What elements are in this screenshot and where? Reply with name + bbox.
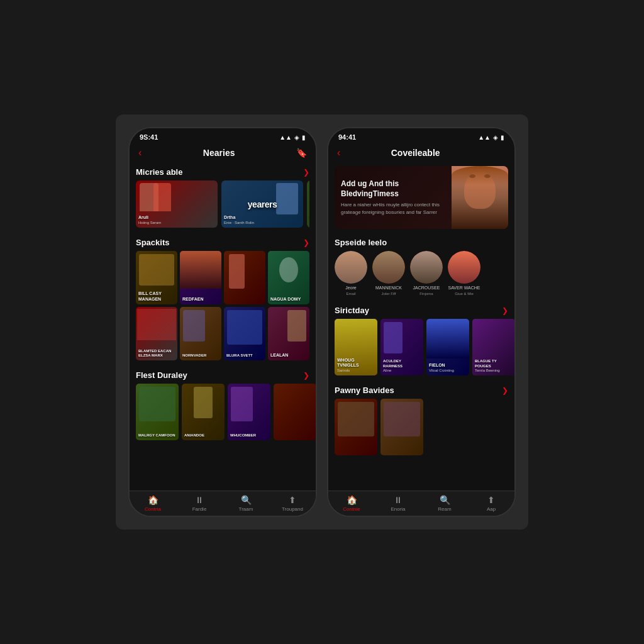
spackits-card-4[interactable]: NAGUA DOMY — [268, 251, 309, 304]
section-spackits: Spackits ❯ BILL CASY MANAGEN REDFAEN — [130, 233, 316, 365]
nav-item-ream[interactable]: 🔍 Ream — [421, 491, 468, 516]
nav-item-troupand[interactable]: ⬆ Troupand — [269, 491, 316, 516]
home-icon-2: 🏠 — [347, 495, 357, 505]
section-arrow-flest[interactable]: ❯ — [303, 371, 309, 380]
nav-label-contria: Contria — [145, 506, 161, 512]
hero-face — [452, 166, 508, 229]
scroll-content-2[interactable]: Spseide leelo Jeore Email MANNE — [328, 233, 514, 491]
movie-card-aruli[interactable]: Aruli Hoiing Seram — [136, 180, 218, 228]
person-name-2: MANNENICK — [375, 286, 402, 290]
person-role-4: Giue & Mie — [455, 292, 474, 296]
pawny-row — [335, 399, 508, 455]
back-button-2[interactable]: ‹ — [337, 147, 340, 158]
search-icon-1: 🔍 — [241, 495, 252, 505]
nav-label-aap: Aap — [487, 506, 496, 512]
section-header-sirictday: Sirictday ❯ — [335, 306, 508, 315]
person-avatar-4 — [448, 251, 480, 284]
pawny-card-2[interactable] — [380, 399, 423, 455]
pawny-card-1[interactable] — [335, 399, 377, 455]
nav-label-enoria: Enoria — [391, 506, 405, 512]
sirictday-card-4[interactable]: BLAGUE TY POUGES Temla Beening — [472, 319, 514, 375]
spackits-card-6[interactable]: NORNVADER — [180, 307, 221, 360]
person-role-2: Joler Fiff — [382, 292, 396, 296]
section-header-spackits: Spackits ❯ — [136, 238, 309, 247]
nav-bar-1: ‹ Nearies 🔖 — [130, 143, 316, 162]
nav-label-contnie: Contnie — [343, 506, 360, 512]
nav-label-ream: Ream — [438, 506, 451, 512]
section-arrow-pawny[interactable]: ❯ — [502, 386, 508, 395]
share-icon-1: ⬆ — [289, 495, 296, 505]
section-title-spackits: Spackits — [136, 238, 169, 247]
flest-card-3[interactable]: WHUCOMBER — [228, 384, 270, 440]
battery-icon-1: ▮ — [302, 134, 306, 141]
section-header-flest: Flest Duraley ❯ — [136, 370, 309, 380]
nav-title-1: Nearies — [203, 148, 235, 158]
person-name-1: Jeore — [345, 286, 357, 290]
movie-card-drtha[interactable]: yearers Drtha Enie · Santh Rolin — [221, 180, 303, 228]
person-card-3[interactable]: JACROUSEE Finjoma — [410, 251, 443, 296]
sirictday-card-2[interactable]: ACULDEY RARINESS Aline — [380, 319, 423, 375]
battery-icon-2: ▮ — [501, 134, 504, 141]
phone-1: 9S:41 ▲▲ ◈ ▮ ‹ Nearies 🔖 Micries able ❯ — [128, 127, 317, 517]
scroll-content-1[interactable]: Micries able ❯ Aruli Hoiing Seram — [130, 162, 316, 491]
person-card-4[interactable]: SAVER WACHE Giue & Mie — [448, 251, 480, 296]
status-icons-2: ▲▲ ◈ ▮ — [478, 134, 504, 141]
nav-item-aap[interactable]: ⬆ Aap — [468, 491, 514, 516]
nav-item-traam[interactable]: 🔍 Traam — [223, 491, 269, 516]
sirictday-card-1[interactable]: WHOUG TVNIGLLS Sarirols — [335, 319, 377, 375]
spackits-card-1[interactable]: BILL CASY MANAGEN — [136, 251, 177, 304]
nav-bar-2: ‹ Coveileable — [328, 143, 514, 162]
pause-icon-2: ⏸ — [394, 495, 402, 505]
sirictday-card-3[interactable]: FIELON Viloal Crzinting — [426, 319, 469, 375]
back-button-1[interactable]: ‹ — [138, 147, 142, 158]
share-icon-2: ⬆ — [487, 495, 495, 505]
section-arrow-spackits[interactable]: ❯ — [303, 238, 309, 247]
flest-card-1[interactable]: MALRGY CAMFOON — [136, 384, 179, 440]
section-title-sirictday: Sirictday — [335, 306, 369, 315]
spackits-card-8[interactable]: LEALAN — [268, 307, 309, 360]
flest-card-4[interactable] — [274, 384, 316, 440]
hero-desc: Hare a niaher wHiis muyle allijro contec… — [341, 201, 445, 215]
nav-item-contnie[interactable]: 🏠 Contnie — [328, 491, 375, 516]
person-card-1[interactable]: Jeore Email — [335, 251, 367, 296]
spseide-row: Jeore Email MANNENICK Joler Fiff — [335, 251, 508, 296]
nav-label-fardle: Fardle — [192, 506, 207, 512]
person-avatar-2 — [372, 251, 405, 284]
wifi-icon-2: ◈ — [493, 134, 498, 141]
section-header-spseide: Spseide leelo — [335, 238, 508, 247]
signal-icon-2: ▲▲ — [478, 134, 491, 141]
movie-card-can[interactable]: Can Hane Moue — [307, 180, 309, 228]
section-movies-able: Micries able ❯ Aruli Hoiing Seram — [130, 162, 316, 233]
bottom-nav-1: 🏠 Contria ⏸ Fardle 🔍 Traam ⬆ Troupand — [130, 491, 316, 516]
featured-row-movies: Aruli Hoiing Seram yearers Drtha Enie · … — [136, 180, 309, 228]
section-header-pawny: Pawny Bavides ❯ — [335, 386, 508, 395]
status-bar-2: 94:41 ▲▲ ◈ ▮ — [328, 128, 514, 143]
status-bar-1: 9S:41 ▲▲ ◈ ▮ — [130, 128, 316, 143]
status-time-1: 9S:41 — [140, 133, 158, 141]
section-arrow-movies[interactable]: ❯ — [303, 168, 309, 177]
spackits-card-2[interactable]: REDFAEN — [180, 251, 221, 304]
nav-icon-1[interactable]: 🔖 — [296, 148, 307, 158]
bottom-nav-2: 🏠 Contnie ⏸ Enoria 🔍 Ream ⬆ Aap — [328, 491, 514, 516]
section-title-pawny: Pawny Bavides — [335, 386, 394, 395]
section-arrow-sirictday[interactable]: ❯ — [502, 306, 508, 315]
person-name-4: SAVER WACHE — [448, 286, 480, 290]
hero-title: Add ug And this BledvingTimess — [341, 179, 445, 199]
spackits-card-5[interactable]: BLAMTED EACAN ELZSA MARX — [136, 307, 177, 360]
section-pawny: Pawny Bavides ❯ — [328, 380, 514, 460]
person-card-2[interactable]: MANNENICK Joler Fiff — [372, 251, 405, 296]
spackits-card-3[interactable] — [224, 251, 265, 304]
spackits-card-7[interactable]: BLURA SVETT — [224, 307, 265, 360]
flest-card-2[interactable]: ANIANDOE — [182, 384, 225, 440]
section-flest: Flest Duraley ❯ MALRGY CAMFOON ANIANDOE — [130, 365, 316, 445]
nav-item-enoria[interactable]: ⏸ Enoria — [375, 491, 421, 516]
person-avatar-3 — [410, 251, 443, 284]
nav-label-traam: Traam — [239, 506, 253, 512]
nav-item-fardle[interactable]: ⏸ Fardle — [176, 491, 223, 516]
signal-icon-1: ▲▲ — [279, 134, 292, 141]
status-time-2: 94:41 — [338, 133, 356, 141]
section-title-movies: Micries able — [136, 167, 182, 177]
section-title-flest: Flest Duraley — [136, 370, 187, 380]
nav-item-contria[interactable]: 🏠 Contria — [130, 491, 176, 516]
nav-label-troupand: Troupand — [282, 506, 303, 512]
